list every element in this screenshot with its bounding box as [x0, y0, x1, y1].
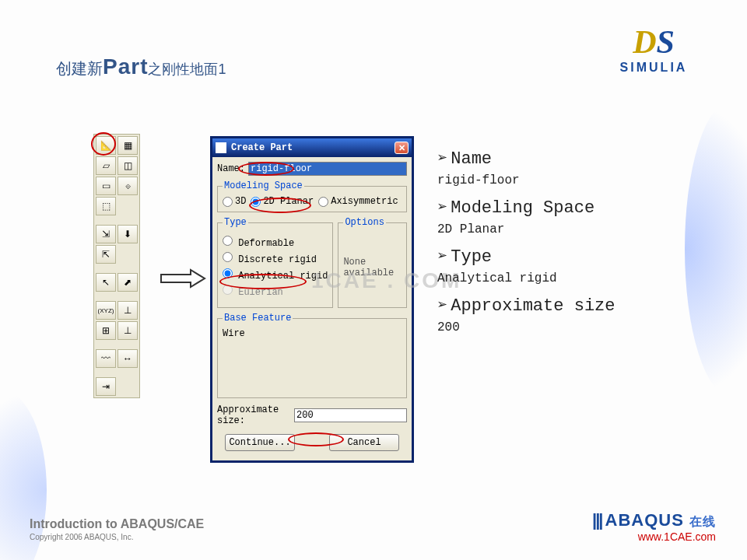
- decorative-swoosh-right: [685, 101, 747, 397]
- continue-button[interactable]: Continue...: [225, 434, 295, 451]
- tool-btn-8[interactable]: ⇲: [96, 225, 116, 243]
- tool-btn-13[interactable]: ⬈: [117, 273, 138, 292]
- footer-left: Introduction to ABAQUS/CAE Copyright 200…: [30, 517, 204, 541]
- radio-3d[interactable]: 3D: [223, 196, 246, 207]
- vertical-toolbar: 📐 ▦ ▱ ◫ ▭ ⟐ ⬚ ⇲ ⬇ ⇱ ↖ ⬈ (XYZ) ⊥ ⊞ ⊥ 〰 ↔ …: [93, 134, 140, 398]
- tool-btn-19[interactable]: ↔: [117, 349, 138, 368]
- tool-btn-14[interactable]: (XYZ): [96, 301, 116, 320]
- bullet-heading-size: Approximate size: [437, 295, 615, 316]
- tool-btn-18[interactable]: 〰: [96, 349, 116, 368]
- bullet-heading-name: Name: [437, 148, 615, 169]
- tool-btn-2[interactable]: ▱: [96, 156, 116, 175]
- tool-btn-12[interactable]: ↖: [96, 273, 116, 292]
- tool-btn-10[interactable]: ⇱: [96, 245, 116, 264]
- title-post: 之刚性地面1: [148, 61, 226, 77]
- arrow-icon: [160, 268, 206, 289]
- name-label: Name:: [217, 163, 245, 174]
- base-feature-text: Wire: [223, 328, 402, 339]
- tool-btn-20[interactable]: ⇥: [96, 377, 116, 396]
- modeling-space-group: Modeling Space 3D 2D Planar Axisymmetric: [217, 180, 407, 212]
- footer-url: www.1CAE.com: [592, 530, 716, 543]
- tool-btn-4[interactable]: ▭: [96, 177, 116, 195]
- tool-btn-1[interactable]: ▦: [117, 136, 138, 155]
- simulia-text: SIMULIA: [599, 61, 708, 75]
- bullet-value-name: rigid-floor: [437, 173, 615, 187]
- radio-discrete-rigid[interactable]: Discrete rigid: [223, 252, 328, 265]
- title-big: Part: [103, 54, 148, 79]
- close-icon[interactable]: ✕: [395, 142, 409, 154]
- cancel-button[interactable]: Cancel: [329, 434, 399, 451]
- create-part-dialog: Create Part ✕ Name: Modeling Space 3D 2D…: [210, 136, 414, 463]
- base-feature-group: Base Feature Wire: [217, 313, 407, 398]
- options-group: Options None available: [338, 217, 407, 308]
- dialog-icon: [216, 142, 226, 153]
- base-feature-legend: Base Feature: [223, 313, 293, 324]
- radio-analytical-rigid[interactable]: Analytical rigid: [223, 268, 328, 282]
- tool-btn-16[interactable]: ⊞: [96, 321, 116, 340]
- tool-btn-3[interactable]: ◫: [117, 156, 138, 175]
- bullet-heading-space: Modeling Space: [437, 197, 615, 218]
- options-text: None available: [343, 233, 402, 303]
- bullet-value-type: Analytical rigid: [437, 271, 615, 285]
- approx-size-label: Approximate size:: [217, 404, 291, 426]
- options-legend: Options: [343, 217, 385, 228]
- tool-btn-5[interactable]: ⟐: [117, 177, 138, 195]
- simulia-logo: DS SIMULIA: [599, 23, 708, 75]
- tool-btn-15[interactable]: ⊥: [117, 301, 138, 320]
- tool-create-part[interactable]: 📐: [96, 136, 116, 155]
- name-input[interactable]: [248, 162, 407, 176]
- bullet-value-size: 200: [437, 320, 615, 334]
- dialog-title: Create Part: [231, 142, 395, 153]
- footer-title: Introduction to ABAQUS/CAE: [30, 517, 204, 531]
- type-group: Type Deformable Discrete rigid Analytica…: [217, 217, 333, 308]
- approx-size-input[interactable]: [294, 408, 407, 422]
- footer-right: |||ABAQUS 在线 www.1CAE.com: [592, 510, 716, 543]
- bullet-value-space: 2D Planar: [437, 222, 615, 236]
- tool-btn-9[interactable]: ⬇: [117, 225, 138, 243]
- radio-2d-planar[interactable]: 2D Planar: [251, 196, 314, 207]
- tool-btn-17[interactable]: ⊥: [117, 321, 138, 340]
- slide-title: 创建新Part之刚性地面1: [56, 54, 226, 79]
- title-pre: 创建新: [56, 60, 103, 77]
- abaqus-logo: |||ABAQUS 在线: [592, 510, 716, 530]
- modeling-space-legend: Modeling Space: [223, 180, 304, 191]
- radio-deformable[interactable]: Deformable: [223, 236, 328, 249]
- footer-copyright: Copyright 2006 ABAQUS, Inc.: [30, 533, 204, 541]
- bullet-heading-type: Type: [437, 246, 615, 267]
- bullet-list: Name rigid-floor Modeling Space 2D Plana…: [437, 148, 615, 334]
- dialog-titlebar[interactable]: Create Part ✕: [212, 138, 412, 157]
- tool-btn-6[interactable]: ⬚: [96, 197, 116, 215]
- radio-axisymmetric[interactable]: Axisymmetric: [318, 196, 398, 207]
- radio-eulerian: Eulerian: [223, 285, 328, 298]
- type-legend: Type: [223, 217, 248, 228]
